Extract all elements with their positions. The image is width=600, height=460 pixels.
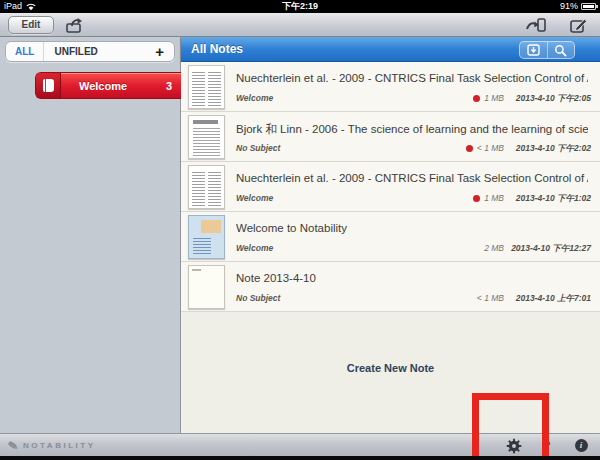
note-thumbnail [188, 215, 225, 259]
page-title: All Notes [191, 37, 243, 62]
note-title: Nuechterlein et al. - 2009 - CNTRICS Fin… [236, 172, 588, 184]
share-button[interactable] [62, 15, 86, 35]
note-subject: Welcome [236, 243, 273, 253]
filter-segmented-control: ALL UNFILED + [5, 41, 175, 62]
info-button[interactable]: i [570, 434, 592, 457]
search-icon [554, 44, 567, 57]
note-subject: No Subject [236, 293, 280, 303]
note-subject: No Subject [236, 143, 280, 153]
note-date: 2013-4-10 下午2:05 [516, 93, 591, 105]
subject-count-badge: 3 [166, 80, 172, 92]
note-title: Note 2013-4-10 [236, 272, 588, 284]
battery-percent: 91% [560, 0, 578, 13]
note-date: 2013-4-10 下午2:02 [516, 143, 591, 155]
compose-button[interactable] [566, 15, 590, 35]
note-size: < 1 MB [477, 293, 504, 303]
import-button[interactable] [520, 42, 548, 58]
notes-header-bar: All Notes [181, 37, 600, 62]
move-note-button[interactable] [524, 15, 548, 35]
note-row[interactable]: Note 2013-4-10 No Subject < 1 MB 2013-4-… [181, 262, 600, 312]
search-button[interactable] [548, 42, 575, 58]
brand-logo: ✎ NOTABILITY [8, 434, 95, 457]
note-thumbnail [188, 265, 225, 309]
pencil-logo-icon: ✎ [7, 438, 19, 454]
add-subject-button[interactable]: + [145, 42, 174, 61]
share-icon [64, 17, 84, 34]
tab-all[interactable]: ALL [6, 42, 44, 61]
note-row[interactable]: Welcome to Notability Welcome 2 MB 2013-… [181, 212, 600, 262]
unread-dot [473, 95, 480, 102]
subject-label: Welcome [79, 80, 127, 92]
header-actions [519, 41, 575, 59]
content-area: ALL UNFILED + Welcome 3 All Notes [0, 37, 600, 433]
unread-dot [473, 195, 480, 202]
note-title: Nuechterlein et al. - 2009 - CNTRICS Fin… [236, 72, 588, 84]
note-date: 2013-4-10 上午7:01 [516, 293, 591, 305]
note-row[interactable]: Nuechterlein et al. - 2009 - CNTRICS Fin… [181, 162, 600, 212]
note-thumbnail [188, 115, 225, 159]
app-screen: iPad 下午2:19 91% Edit [0, 0, 600, 460]
edit-button[interactable]: Edit [8, 16, 54, 34]
note-thumbnail [188, 165, 225, 209]
move-note-icon [526, 17, 547, 33]
import-icon [527, 44, 540, 56]
note-date: 2013-4-10 下午1:02 [516, 193, 591, 205]
tab-unfiled[interactable]: UNFILED [44, 46, 107, 57]
note-size: 1 MB [473, 93, 504, 103]
note-row[interactable]: Nuechterlein et al. - 2009 - CNTRICS Fin… [181, 62, 600, 112]
notes-list: Nuechterlein et al. - 2009 - CNTRICS Fin… [181, 62, 600, 312]
note-row[interactable]: Bjork 和 Linn - 2006 - The science of lea… [181, 112, 600, 162]
brand-label: NOTABILITY [23, 441, 95, 450]
sidebar-item-welcome[interactable]: Welcome 3 [35, 72, 181, 99]
top-toolbar: Edit [0, 13, 600, 37]
note-title: Bjork 和 Linn - 2006 - The science of lea… [236, 122, 588, 137]
battery-icon [581, 3, 596, 10]
info-icon: i [575, 439, 588, 452]
note-title: Welcome to Notability [236, 222, 588, 234]
note-size: 1 MB [473, 193, 504, 203]
screen-edge [0, 456, 600, 460]
annotation-highlight-box [472, 393, 549, 456]
note-subject: Welcome [236, 193, 273, 203]
note-size: < 1 MB [466, 143, 504, 153]
unread-dot [466, 145, 473, 152]
subjects-sidebar: ALL UNFILED + Welcome 3 [0, 37, 181, 433]
notebook-icon [36, 73, 61, 98]
status-bar: iPad 下午2:19 91% [0, 0, 600, 13]
note-size: 2 MB [484, 243, 504, 253]
note-subject: Welcome [236, 93, 273, 103]
compose-icon [569, 17, 588, 34]
note-date: 2013-4-10 下午12:27 [511, 243, 591, 255]
create-new-note-button[interactable]: Create New Note [181, 362, 600, 374]
notes-panel: All Notes [181, 37, 600, 433]
clock: 下午2:19 [0, 0, 600, 13]
note-thumbnail [188, 65, 225, 109]
